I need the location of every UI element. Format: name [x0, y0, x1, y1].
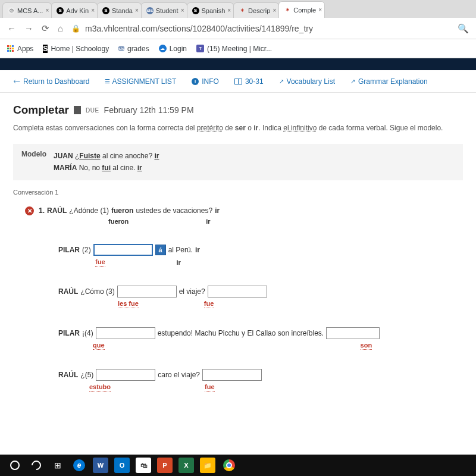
modelo-body: JUAN ¿Fuiste al cine anoche? ir MARÍA No…	[54, 150, 159, 174]
store-button[interactable]: 🛍	[134, 456, 152, 474]
due-date: February 12th 11:59 PM	[104, 105, 194, 115]
browser-tab[interactable]: S Spanish ×	[187, 2, 234, 18]
speaker-name: RAÚL	[58, 287, 78, 296]
close-icon[interactable]: ×	[318, 7, 322, 13]
instr-bold: ser	[235, 124, 246, 132]
url-box[interactable]: 🔒 m3a.vhlcentral.com/sections/1028400/ac…	[71, 24, 449, 33]
speaker-name: JUAN	[54, 152, 73, 160]
browser-tab[interactable]: sis Student ×	[141, 2, 187, 18]
answer-input-3b[interactable]	[208, 286, 267, 298]
close-icon[interactable]: ×	[181, 7, 184, 14]
folder-button[interactable]: 📁	[199, 456, 217, 474]
grammar-link[interactable]: ↗ Grammar Explanation	[350, 77, 428, 86]
favicon-schoology: S	[57, 7, 64, 14]
return-dashboard-link[interactable]: 🡐 Return to Dashboard	[13, 77, 89, 86]
forward-icon[interactable]: →	[24, 23, 33, 33]
answer-input-4a[interactable]	[96, 327, 155, 339]
close-icon[interactable]: ×	[227, 7, 231, 14]
taskview-button[interactable]: ⊞	[49, 456, 67, 474]
search-icon[interactable]: 🔍	[458, 23, 469, 34]
browser-tab[interactable]: ✶ Descrip ×	[233, 2, 279, 18]
info-link[interactable]: i INFO	[192, 77, 219, 86]
edge-button[interactable]: e	[70, 456, 88, 474]
correction-text: fue	[95, 258, 105, 267]
close-icon[interactable]: ×	[273, 7, 276, 14]
back-icon[interactable]: ←	[7, 23, 16, 33]
tab-label: MCS A...	[17, 7, 43, 14]
filled-infinitive: ir	[215, 206, 220, 215]
excel-icon: X	[178, 458, 194, 473]
browser-tab[interactable]: S Standa ×	[97, 2, 142, 18]
answer-input-4b[interactable]	[326, 327, 380, 339]
edge-icon: e	[73, 459, 85, 471]
browser-tab-active[interactable]: ✶ Comple ×	[278, 1, 325, 18]
question-text: ¿Adónde (1)	[69, 206, 109, 215]
pages-link[interactable]: 30-31	[234, 77, 264, 86]
tab-label: Descrip	[248, 7, 270, 14]
powerpoint-button[interactable]: P	[156, 456, 174, 474]
answer-echo: ir	[206, 218, 210, 225]
modelo-text: ¿	[73, 152, 80, 160]
favicon-schoology: S	[102, 7, 109, 14]
modelo-text: No, no	[77, 164, 102, 172]
assignment-list-link[interactable]: ☰ ASSIGNMENT LIST	[105, 77, 176, 86]
circle-icon	[10, 461, 20, 470]
browser-tab[interactable]: S Adv Kin ×	[51, 2, 98, 18]
question-4: PILAR ¡(4) estupendo! Machu Picchu y El …	[13, 327, 463, 350]
book-pages-icon	[234, 79, 242, 84]
due-flag-icon	[74, 106, 81, 114]
modelo-label: Modelo	[21, 150, 46, 174]
modelo-infinitive: ir	[154, 152, 159, 160]
home-icon[interactable]: ⌂	[58, 23, 63, 33]
answer-input-3a[interactable]	[117, 286, 177, 298]
bookmark-label: Home | Schoology	[51, 45, 109, 53]
bookmark-label: (15) Meeting | Micr...	[207, 45, 272, 53]
modelo-infinitive: ir	[137, 164, 142, 172]
close-icon[interactable]: ×	[135, 7, 139, 14]
bookmark-label: Login	[170, 45, 187, 53]
answer-input-5a[interactable]	[96, 369, 155, 381]
correction-text: les fue	[118, 300, 139, 308]
cortana-button[interactable]	[27, 456, 45, 474]
apps-button[interactable]: Apps	[7, 45, 33, 53]
question-text: ustedes de vacaciones?	[136, 206, 212, 215]
answer-input-2[interactable]	[93, 244, 153, 256]
correction-text: son	[361, 342, 372, 350]
nav-label: 30-31	[245, 77, 264, 86]
windows-taskbar: ⊞ e W O 🛍 P X 📁	[0, 455, 476, 476]
instr-text: . Indica	[258, 124, 283, 132]
question-3: RAÚL ¿Cómo (3) el viaje? les fue fue	[13, 286, 463, 308]
vocab-list-link[interactable]: ↗ Vocabulary List	[279, 77, 335, 86]
site-header-dark	[0, 58, 476, 70]
reload-icon[interactable]: ⟳	[42, 23, 49, 34]
list-icon: ☰	[105, 78, 109, 84]
chrome-button[interactable]	[220, 456, 238, 474]
close-icon[interactable]: ×	[91, 7, 95, 14]
browser-tab[interactable]: ◎ MCS A... ×	[2, 2, 52, 18]
bookmark-home[interactable]: S Home | Schoology	[43, 45, 109, 53]
incorrect-icon: ✕	[25, 206, 34, 215]
bookmark-grades[interactable]: sis grades	[118, 45, 149, 53]
question-5: RAÚL ¿(5) caro el viaje? estubo fue	[13, 369, 463, 392]
question-text: ¡(4)	[82, 329, 93, 337]
question-text: caro el viaje?	[158, 371, 200, 379]
question-1: ✕ 1. RAÚL ¿Adónde (1) fueron ustedes de …	[13, 206, 463, 225]
correction-text: fue	[204, 300, 214, 308]
lock-icon: 🔒	[71, 24, 80, 33]
cortana-icon	[30, 459, 43, 472]
outlook-button[interactable]: O	[113, 456, 131, 474]
excel-button[interactable]: X	[177, 456, 195, 474]
start-button[interactable]	[6, 456, 24, 474]
accent-button[interactable]: á	[155, 245, 166, 255]
word-button[interactable]: W	[92, 456, 109, 474]
activity-title: Completar	[13, 104, 69, 117]
bookmark-meeting[interactable]: T (15) Meeting | Micr...	[196, 45, 272, 53]
favicon-generic: ◎	[8, 7, 15, 14]
nav-label: Vocabulary List	[287, 77, 335, 86]
instr-underline: el infinitivo	[283, 124, 317, 132]
answer-input-5b[interactable]	[202, 369, 262, 381]
question-number: 1.	[39, 206, 45, 215]
close-icon[interactable]: ×	[45, 7, 49, 14]
bookmark-login[interactable]: ☁ Login	[159, 45, 187, 53]
nav-label: ASSIGNMENT LIST	[112, 77, 176, 86]
